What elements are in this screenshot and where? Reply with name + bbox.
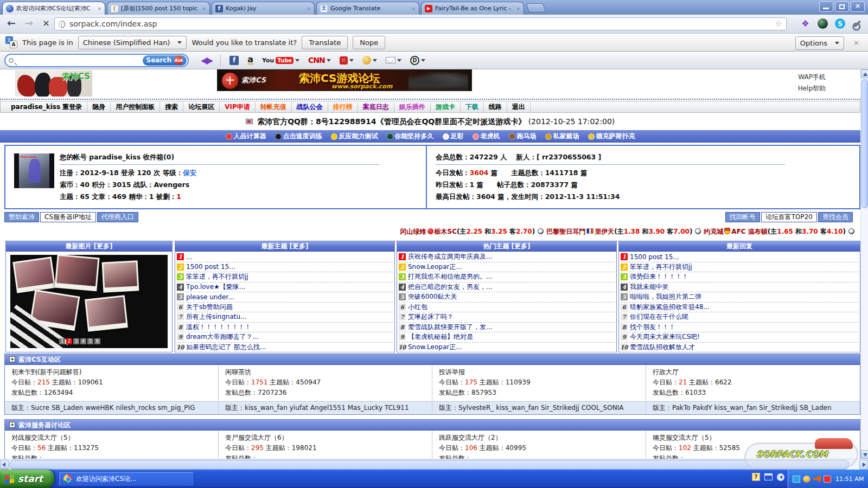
quick-game-link[interactable]: 跑马场 xyxy=(509,132,537,141)
betting-team-link[interactable]: 里伊天 xyxy=(595,228,614,235)
topic-link[interactable]: 今天周末大家来玩CS吧! xyxy=(630,332,700,342)
panel-button[interactable]: 代理商入口 xyxy=(97,212,138,222)
moderator-link[interactable]: yiufat xyxy=(290,404,308,412)
tab-close-icon[interactable]: × xyxy=(97,6,101,11)
translate-button[interactable]: Translate xyxy=(302,36,348,49)
moderator-link[interactable]: kiss_wan_fan xyxy=(496,404,539,412)
horizontal-scroll-thumb[interactable] xyxy=(9,460,849,470)
forum-link[interactable]: 对战服交流大厅（5） xyxy=(11,433,212,443)
bookmark-star-icon[interactable]: ☆ xyxy=(775,19,782,29)
expand-icon[interactable]: + xyxy=(9,356,15,362)
moderator-link[interactable]: kiss_wan_fan xyxy=(245,404,288,412)
forward-button[interactable]: → xyxy=(22,17,36,29)
nav-item[interactable]: paradise_kiss 重登录 xyxy=(6,102,87,112)
topic-link[interactable]: 关于sb赞助问题 xyxy=(186,303,233,312)
language-dropdown[interactable]: Chinese (Simplified Han) xyxy=(78,36,187,49)
volume-icon[interactable] xyxy=(803,476,810,483)
tab-close-icon[interactable]: × xyxy=(307,6,311,11)
skype-extension-icon[interactable]: S xyxy=(835,18,845,29)
moderator-link[interactable]: TCL911 xyxy=(385,404,409,412)
main-banner[interactable]: 十 索沛CS 索沛CS游戏论坛 www.sorpack.com xyxy=(217,69,472,91)
announcement-text[interactable]: 索沛官方QQ群：8号122988914《管理员会在QQ群里面不定时派送游戏卡》 xyxy=(257,117,526,126)
topic-link[interactable]: 如果密码忘记了 那怎么找... xyxy=(186,343,266,352)
topic-link[interactable]: ... xyxy=(186,253,192,261)
section-header[interactable]: + 索沛服务器讨论区 xyxy=(5,420,860,431)
moderator-link[interactable]: wweHBK xyxy=(85,404,113,412)
forum-link[interactable]: 幽灵服交流大厅（5） xyxy=(653,433,853,443)
youtube-shortcut[interactable]: YouTube xyxy=(262,57,299,64)
back-button[interactable]: ← xyxy=(4,17,18,29)
moderator-link[interactable]: SylvesteR_ xyxy=(458,404,494,412)
topic-link[interactable]: 【老虎机秘籍】绝对是 xyxy=(408,332,473,342)
options-button[interactable]: Options xyxy=(795,36,844,50)
cnn-shortcut[interactable]: CNN xyxy=(308,56,331,65)
moderator-link[interactable]: SB_Laden xyxy=(800,404,832,412)
purple-play-icon[interactable]: ◀▶ xyxy=(201,55,212,66)
nav-item[interactable]: 排行榜 xyxy=(328,102,358,112)
chevron-down-icon[interactable] xyxy=(373,59,377,62)
moderator-link[interactable]: sm_pig_PIG xyxy=(158,404,195,412)
topic-link[interactable]: dream大帝跑哪去了？... xyxy=(186,332,259,342)
moderator-link[interactable]: Sir_Strikedjj xyxy=(541,404,579,412)
nav-item[interactable]: 娱乐插件 xyxy=(394,102,431,112)
vertical-scrollbar[interactable] xyxy=(860,69,868,459)
wrench-menu-icon[interactable] xyxy=(852,18,863,29)
network-icon[interactable] xyxy=(793,476,800,483)
address-text[interactable]: sorpack.com/index.asp xyxy=(69,20,771,28)
forum-link[interactable]: 初来乍到(新手问题解答) xyxy=(11,367,212,377)
moderator-link[interactable]: SB_Laden xyxy=(52,404,84,412)
forum-logo-banner[interactable]: 索沛CS xyxy=(15,70,92,97)
topic-link[interactable]: 爱雪战队就快要开版了，发... xyxy=(408,323,492,332)
browser-tab[interactable]: fKogaki Jay× xyxy=(212,2,315,15)
mail-shortcut[interactable] xyxy=(386,57,401,63)
nav-item[interactable]: 退出 xyxy=(507,102,531,112)
moderator-link[interactable]: PakTo xyxy=(672,404,691,412)
butterfly-extension-icon[interactable]: ❖ xyxy=(800,18,810,29)
panel-button[interactable]: CS服务器IP地址 xyxy=(40,212,96,222)
forum-link[interactable]: 闲聊茶坊 xyxy=(225,367,425,377)
nav-item[interactable]: 战队公会 xyxy=(292,102,328,112)
topic-link[interactable]: 1500 post 15... xyxy=(630,253,679,261)
new-tab-button[interactable] xyxy=(526,3,546,12)
infobar-close-icon[interactable]: × xyxy=(853,38,859,47)
latest-images-photo[interactable]: 123456 xyxy=(10,255,168,348)
restore-button[interactable] xyxy=(835,1,849,12)
topic-link[interactable]: 突破6000贴大关 xyxy=(408,292,457,301)
tab-close-icon[interactable]: × xyxy=(202,6,206,11)
image-pager-item[interactable]: 5 xyxy=(87,338,93,344)
d-eye-shortcut[interactable]: D xyxy=(410,56,425,65)
tab-close-icon[interactable]: × xyxy=(516,6,520,11)
chevron-down-icon[interactable] xyxy=(295,59,299,62)
topic-link[interactable]: 笨笨进，再不行就切jj xyxy=(630,262,692,272)
topic-link[interactable]: 艾琳起床了吗？ xyxy=(408,312,454,322)
nav-item[interactable]: 游戏卡 xyxy=(431,102,461,112)
forum-link[interactable]: 投诉举报 xyxy=(439,367,639,377)
hide-icons-chevron[interactable] xyxy=(777,473,784,481)
vertical-scroll-thumb[interactable] xyxy=(861,79,868,208)
nav-item[interactable]: 转帐充值 xyxy=(256,102,292,112)
moderator-link[interactable]: Mas_Lucky xyxy=(348,404,382,412)
moderator-link[interactable]: PakdY xyxy=(693,404,712,412)
moderator-link[interactable]: nilesh_rocks xyxy=(116,404,156,412)
chevron-down-icon[interactable] xyxy=(397,59,401,62)
topic-link[interactable]: Snow.Leopar正... xyxy=(408,262,462,272)
panel-button[interactable]: 找回帐号 xyxy=(725,212,760,222)
chevron-down-icon[interactable] xyxy=(421,59,425,62)
moderator-link[interactable]: Sucre xyxy=(31,404,49,412)
topic-link[interactable]: 你们现在在干什么呢 xyxy=(630,312,688,322)
quick-game-link[interactable]: 你能坚持多久 xyxy=(387,132,434,141)
avatar[interactable]: sina.com xyxy=(14,153,54,188)
nav-item[interactable]: VIP申请 xyxy=(220,102,256,112)
forum-link[interactable]: 丧尸服交流大厅（6） xyxy=(225,433,425,443)
topic-link[interactable]: 强势归来！！！！！ xyxy=(630,272,688,281)
chevron-down-icon[interactable] xyxy=(349,59,354,62)
taskbar-task-button[interactable]: 欢迎访问索沛CS论... xyxy=(59,471,194,486)
topic-link[interactable]: 所有上传singnatu... xyxy=(186,312,247,322)
nav-item[interactable]: 用户控制面板 xyxy=(111,102,160,112)
scroll-left-button[interactable] xyxy=(0,460,9,470)
dice-shortcut[interactable]: ⁙ xyxy=(340,56,354,65)
minimize-button[interactable] xyxy=(819,1,833,12)
topic-link[interactable]: 把自己暗恋的女友，男友，... xyxy=(408,282,492,292)
betting-team-link[interactable]: 约克城 xyxy=(704,228,723,235)
security-lock-icon[interactable] xyxy=(824,476,831,483)
